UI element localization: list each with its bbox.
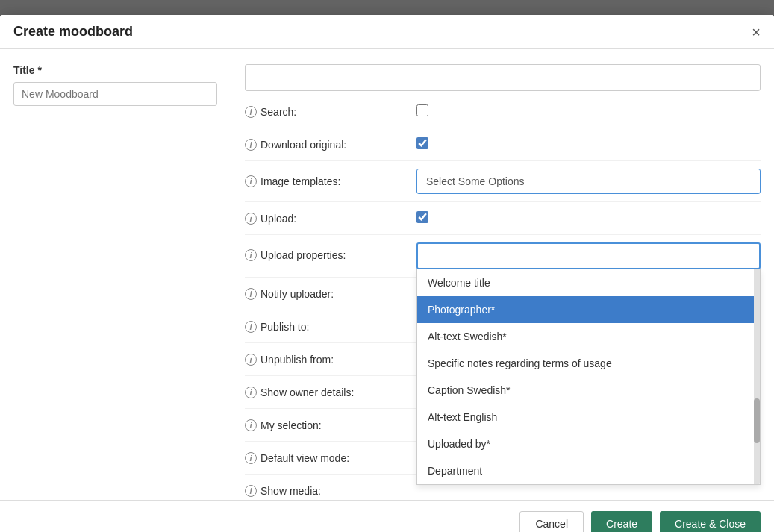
label-default-view-mode: i Default view mode: xyxy=(245,452,416,464)
label-notify-uploader-text: Notify uploader: xyxy=(260,288,334,300)
right-panel: i Search: i Download original: xyxy=(231,49,774,500)
modal-title: Create moodboard xyxy=(13,24,133,40)
upload-properties-input[interactable] xyxy=(416,242,761,269)
label-show-media: i Show media: xyxy=(245,485,416,497)
scrollbar-thumb xyxy=(754,398,760,443)
form-row-image-templates: i Image templates: Select Some Options xyxy=(245,161,761,202)
label-upload-text: Upload: xyxy=(260,213,296,225)
dropdown-item-uploaded-by[interactable]: Uploaded by* xyxy=(417,431,760,457)
dropdown-item-photographer[interactable]: Photographer* xyxy=(417,296,760,323)
label-show-media-text: Show media: xyxy=(260,485,321,497)
info-icon-upload[interactable]: i xyxy=(245,213,257,225)
control-image-templates: Select Some Options xyxy=(416,169,761,194)
top-input-area xyxy=(245,57,761,96)
cancel-button[interactable]: Cancel xyxy=(519,511,584,532)
modal-body: Title * i Search: xyxy=(0,49,774,500)
label-upload: i Upload: xyxy=(245,213,416,225)
info-icon-upload-properties[interactable]: i xyxy=(245,249,257,261)
form-row-upload-properties: i Upload properties: Welcome title Photo… xyxy=(245,235,761,278)
label-default-view-mode-text: Default view mode: xyxy=(260,452,349,464)
info-icon-image-templates[interactable]: i xyxy=(245,175,257,187)
form-row-upload: i Upload: xyxy=(245,202,761,235)
create-button[interactable]: Create xyxy=(591,511,652,532)
info-icon-search[interactable]: i xyxy=(245,106,257,118)
title-label: Title * xyxy=(13,64,217,76)
label-image-templates: i Image templates: xyxy=(245,175,416,187)
dropdown-item-caption-swedish[interactable]: Caption Swedish* xyxy=(417,377,760,404)
dropdown-item-alt-text-english[interactable]: Alt-text English xyxy=(417,404,760,431)
control-upload xyxy=(416,211,761,225)
label-my-selection: i My selection: xyxy=(245,419,416,431)
label-search: i Search: xyxy=(245,106,416,118)
info-icon-show-owner-details[interactable]: i xyxy=(245,387,257,398)
control-download-original xyxy=(416,137,761,151)
checkbox-download-original[interactable] xyxy=(416,137,428,149)
info-icon-my-selection[interactable]: i xyxy=(245,419,257,431)
label-notify-uploader: i Notify uploader: xyxy=(245,288,416,300)
upload-properties-container: Welcome title Photographer* Alt-text Swe… xyxy=(416,242,761,269)
info-icon-publish-to[interactable]: i xyxy=(245,321,257,333)
modal-overlay: Create moodboard × Title * i Se xyxy=(0,0,774,532)
info-icon-download-original[interactable]: i xyxy=(245,139,257,151)
label-my-selection-text: My selection: xyxy=(260,419,322,431)
dropdown-item-department[interactable]: Department xyxy=(417,457,760,484)
modal-footer: Cancel Create Create & Close xyxy=(0,500,774,532)
checkbox-upload[interactable] xyxy=(416,211,428,223)
info-icon-notify-uploader[interactable]: i xyxy=(245,288,257,300)
info-icon-default-view-mode[interactable]: i xyxy=(245,452,257,464)
label-unpublish-from-text: Unpublish from: xyxy=(260,354,334,366)
label-upload-properties-text: Upload properties: xyxy=(260,249,346,261)
dropdown-item-alt-text-swedish[interactable]: Alt-text Swedish* xyxy=(417,323,760,350)
label-publish-to-text: Publish to: xyxy=(260,321,309,333)
left-panel: Title * xyxy=(0,49,231,500)
title-input[interactable] xyxy=(13,82,217,106)
label-unpublish-from: i Unpublish from: xyxy=(245,354,416,366)
dropdown-item-specific-notes[interactable]: Specific notes regarding terms of usage xyxy=(417,350,760,377)
control-search xyxy=(416,104,761,119)
form-row-download-original: i Download original: xyxy=(245,128,761,161)
label-upload-properties: i Upload properties: xyxy=(245,242,416,261)
modal-header: Create moodboard × xyxy=(0,15,774,49)
label-publish-to: i Publish to: xyxy=(245,321,416,333)
label-download-original-text: Download original: xyxy=(260,139,346,151)
dropdown-item-welcome-title[interactable]: Welcome title xyxy=(417,269,760,296)
info-icon-unpublish-from[interactable]: i xyxy=(245,354,257,366)
create-moodboard-modal: Create moodboard × Title * i Se xyxy=(0,15,774,532)
form-row-search: i Search: xyxy=(245,96,761,128)
info-icon-show-media[interactable]: i xyxy=(245,485,257,497)
checkbox-search[interactable] xyxy=(416,104,428,116)
label-search-text: Search: xyxy=(260,106,296,118)
create-close-button[interactable]: Create & Close xyxy=(660,511,761,532)
upload-properties-dropdown: Welcome title Photographer* Alt-text Swe… xyxy=(416,269,761,485)
top-text-input[interactable] xyxy=(245,64,761,91)
label-show-owner-details: i Show owner details: xyxy=(245,387,416,398)
label-image-templates-text: Image templates: xyxy=(260,175,340,187)
dropdown-scrollbar[interactable] xyxy=(754,269,760,484)
image-templates-select-value: Select Some Options xyxy=(426,175,525,187)
image-templates-select[interactable]: Select Some Options xyxy=(416,169,761,194)
close-button[interactable]: × xyxy=(752,25,761,40)
label-show-owner-details-text: Show owner details: xyxy=(260,387,354,398)
label-download-original: i Download original: xyxy=(245,139,416,151)
